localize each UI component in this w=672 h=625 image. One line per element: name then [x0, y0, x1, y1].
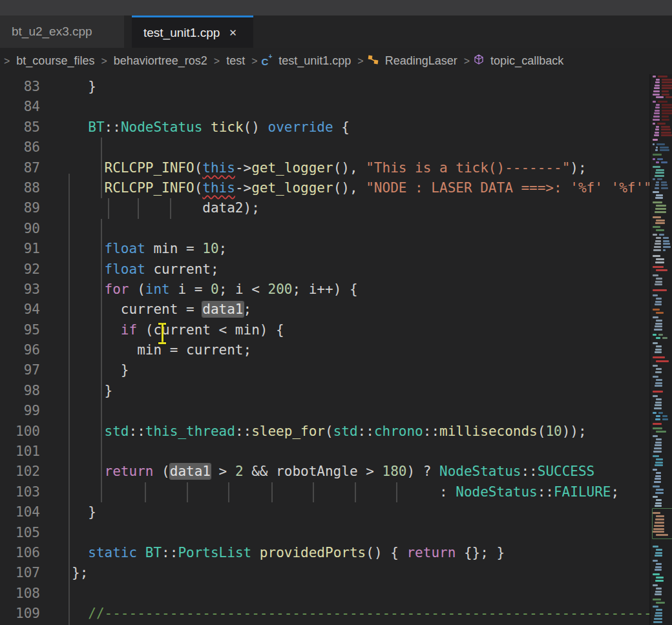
- code-line-107[interactable]: 107};: [0, 563, 649, 583]
- code-line-109[interactable]: 109 //----------------------------------…: [0, 604, 649, 624]
- breadcrumb-item-folder[interactable]: behaviortree_ros2: [114, 54, 207, 68]
- minimap-row: [653, 143, 655, 145]
- code-line-108[interactable]: 108: [0, 584, 649, 604]
- minimap-row: [658, 412, 663, 414]
- minimap-row: [655, 462, 663, 464]
- code-line-100[interactable]: 100 std::this_thread::sleep_for(std::chr…: [0, 422, 649, 442]
- minimap-row: [656, 499, 662, 501]
- breadcrumb-item-symbol[interactable]: topic_callback: [490, 54, 563, 68]
- minimap-row: [655, 591, 662, 593]
- code-line-96[interactable]: 96 min = current;: [0, 340, 649, 360]
- minimap-row: [653, 573, 660, 575]
- tab-bt-u2-ex3[interactable]: bt_u2_ex3.cpp: [0, 15, 124, 48]
- minimap-row: [655, 197, 663, 199]
- minimap-row: [656, 229, 664, 231]
- chevron-right-icon: >: [251, 56, 257, 67]
- minimap-row: [653, 139, 658, 141]
- minimap-row: [655, 492, 664, 494]
- minimap-row: [662, 79, 672, 81]
- minimap-row: [663, 246, 671, 248]
- chevron-right-icon: >: [357, 56, 363, 67]
- minimap-row: [656, 194, 663, 196]
- minimap-row: [655, 382, 662, 384]
- breadcrumb-item-folder[interactable]: test: [226, 54, 245, 68]
- line-number: 101: [0, 442, 40, 462]
- minimap-row: [656, 169, 664, 171]
- code-line-104[interactable]: 104 }: [0, 502, 649, 522]
- minimap-row: [653, 451, 662, 453]
- cpp-file-icon: C+: [262, 56, 273, 67]
- line-number: 100: [0, 422, 40, 442]
- breadcrumb-item-folder[interactable]: bt_course_files: [16, 54, 94, 68]
- code-line-102[interactable]: 102 return (data1 > 2 && robotAngle > 18…: [0, 462, 649, 482]
- minimap-row: [656, 415, 660, 417]
- code-line-105[interactable]: 105: [0, 523, 649, 543]
- minimap[interactable]: [649, 74, 672, 625]
- minimap-row: [656, 237, 661, 239]
- minimap-row: [653, 316, 658, 318]
- minimap-row: [653, 606, 658, 608]
- code-line-106[interactable]: 106 static BT::PortsList providedPorts()…: [0, 543, 649, 563]
- code-line-90[interactable]: 90: [0, 219, 649, 239]
- minimap-row: [658, 334, 663, 336]
- code-line-83[interactable]: 83 }: [0, 77, 649, 97]
- minimap-row: [653, 101, 656, 103]
- minimap-row: [654, 618, 662, 620]
- code-line-98[interactable]: 98 }: [0, 381, 649, 401]
- code-line-93[interactable]: 93 for (int i = 0; i < 200; i++) {: [0, 280, 649, 300]
- line-number: 109: [0, 604, 40, 624]
- code-line-103[interactable]: 103 : NodeStatus::FAILURE;: [0, 482, 649, 502]
- minimap-row: [663, 240, 669, 242]
- line-number: 86: [0, 138, 40, 158]
- symbol-cube-icon: [474, 54, 484, 68]
- minimap-row: [661, 184, 667, 186]
- chevron-right-icon: >: [214, 56, 220, 67]
- minimap-row: [655, 580, 664, 582]
- code-line-87[interactable]: 87 RCLCPP_INFO(this->get_logger(), "This…: [0, 158, 649, 178]
- minimap-row: [655, 107, 660, 108]
- code-line-101[interactable]: 101: [0, 442, 649, 462]
- minimap-row: [655, 132, 659, 134]
- minimap-row: [656, 298, 662, 300]
- minimap-row: [654, 112, 660, 114]
- minimap-row: [653, 423, 662, 425]
- minimap-row: [656, 220, 665, 221]
- line-number: 88: [0, 178, 40, 198]
- minimap-row: [656, 431, 666, 433]
- minimap-row: [656, 312, 664, 314]
- code-line-84[interactable]: 84: [0, 97, 649, 117]
- line-number: 94: [0, 300, 40, 320]
- code-line-85[interactable]: 85 BT::NodeStatus tick() override {: [0, 118, 649, 138]
- minimap-row: [653, 166, 660, 168]
- code-line-92[interactable]: 92 float current;: [0, 260, 649, 280]
- window-title-bar: [0, 0, 672, 15]
- minimap-row: [655, 615, 662, 617]
- breadcrumb-item-class[interactable]: ReadingLaser: [385, 54, 457, 68]
- minimap-row: [661, 128, 671, 130]
- minimap-row: [655, 612, 662, 614]
- code-line-97[interactable]: 97 }: [0, 360, 649, 380]
- minimap-row: [653, 546, 658, 548]
- line-number: 92: [0, 260, 40, 280]
- minimap-row: [666, 96, 672, 98]
- minimap-row: [660, 149, 669, 151]
- code-line-86[interactable]: 86: [0, 138, 649, 158]
- code-line-99[interactable]: 99: [0, 401, 649, 421]
- code-editor[interactable]: 83 }8485 BT::NodeStatus tick() override …: [0, 74, 649, 625]
- close-tab-icon[interactable]: ✕: [229, 27, 237, 39]
- code-line-94[interactable]: 94 current = data1;: [0, 300, 649, 320]
- code-line-91[interactable]: 91 float min = 10;: [0, 239, 649, 259]
- minimap-row: [655, 283, 662, 285]
- breadcrumb: > bt_course_files > behaviortree_ros2 > …: [0, 48, 672, 74]
- line-number: 103: [0, 482, 40, 502]
- minimap-row: [653, 365, 658, 367]
- code-line-88[interactable]: 88 RCLCPP_INFO(this->get_logger(), "NODE…: [0, 178, 649, 198]
- breadcrumb-item-file[interactable]: test_unit1.cpp: [278, 54, 351, 68]
- code-line-89[interactable]: 89 data2);: [0, 198, 649, 218]
- minimap-row: [653, 76, 656, 77]
- tab-test-unit1[interactable]: test_unit1.cpp ✕: [132, 15, 253, 48]
- code-line-95[interactable]: 95 if (current < min) {: [0, 320, 649, 340]
- minimap-row: [655, 349, 662, 351]
- minimap-row: [655, 301, 662, 303]
- minimap-row: [662, 337, 667, 339]
